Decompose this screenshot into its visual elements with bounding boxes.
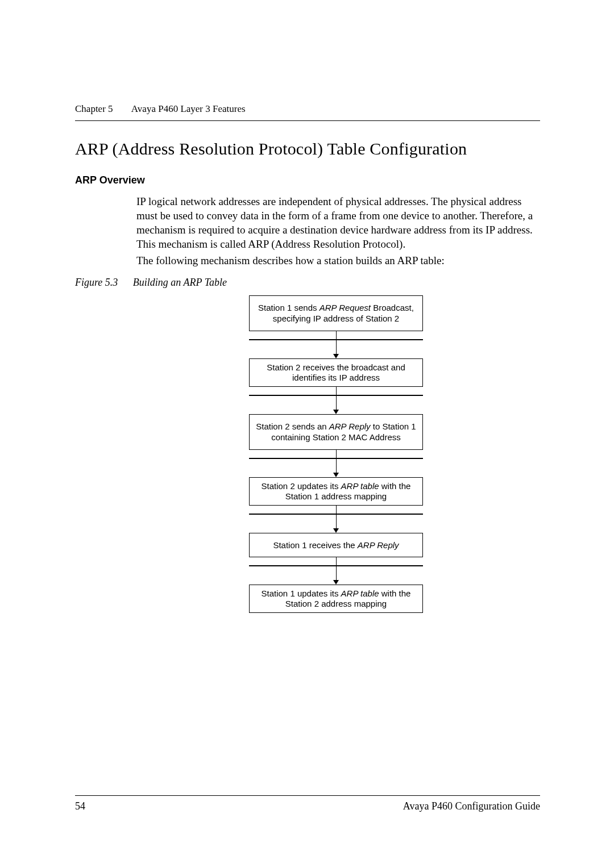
flow-step: Station 1 updates its ARP table with the… <box>249 585 423 613</box>
flow-step-emph: ARP table <box>341 481 379 491</box>
flow-step-emph: ARP Request <box>320 303 371 312</box>
flow-connector <box>249 450 423 477</box>
flow-step: Station 2 updates its ARP table with the… <box>249 477 423 506</box>
flow-step-text: Station 2 receives the broadcast and ide… <box>267 362 405 383</box>
arrow-down-icon <box>333 410 339 414</box>
arrow-down-icon <box>333 354 339 358</box>
flow-connector <box>249 387 423 414</box>
arrow-down-icon <box>333 528 339 533</box>
page: Chapter 5 Avaya P460 Layer 3 Features AR… <box>0 0 614 868</box>
flow-connector <box>249 557 423 585</box>
running-header: Chapter 5 Avaya P460 Layer 3 Features <box>75 103 540 121</box>
page-footer: 54 Avaya P460 Configuration Guide <box>75 795 540 812</box>
figure-title: Building an ARP Table <box>133 277 227 288</box>
paragraph: The following mechanism describes how a … <box>136 253 540 268</box>
flow-step-emph: ARP Reply <box>329 422 371 431</box>
flow-step-text: Station 1 receives the <box>273 540 357 550</box>
flow-step-text: Station 2 sends an <box>256 422 329 431</box>
chapter-number: Chapter 5 <box>75 103 113 114</box>
page-number: 54 <box>75 800 85 812</box>
flow-step: Station 1 receives the ARP Reply <box>249 533 423 557</box>
section-title: ARP (Address Resolution Protocol) Table … <box>75 139 540 158</box>
paragraph: IP logical network addresses are indepen… <box>136 194 540 251</box>
subsection-title: ARP Overview <box>75 174 540 186</box>
flow-step-emph: ARP Reply <box>358 540 399 550</box>
flow-connector <box>249 331 423 358</box>
figure-number: Figure 5.3 <box>75 277 118 288</box>
flow-step-text: Station 1 sends <box>258 303 320 312</box>
flow-step: Station 2 receives the broadcast and ide… <box>249 358 423 387</box>
flow-step-emph: ARP table <box>341 589 379 598</box>
arrow-down-icon <box>333 580 339 585</box>
chapter-title: Avaya P460 Layer 3 Features <box>131 103 246 114</box>
flow-step: Station 1 sends ARP Request Broadcast, s… <box>249 295 423 331</box>
figure-caption: Figure 5.3 Building an ARP Table <box>75 277 540 289</box>
flow-connector <box>249 506 423 533</box>
flow-step-text: Station 2 updates its <box>262 481 341 491</box>
flowchart: Station 1 sends ARP Request Broadcast, s… <box>132 295 540 613</box>
arrow-down-icon <box>333 473 339 477</box>
flow-step: Station 2 sends an ARP Reply to Station … <box>249 414 423 450</box>
body-text: IP logical network addresses are indepen… <box>136 194 540 268</box>
flow-step-text: Station 1 updates its <box>262 589 341 598</box>
doc-title: Avaya P460 Configuration Guide <box>403 800 540 812</box>
